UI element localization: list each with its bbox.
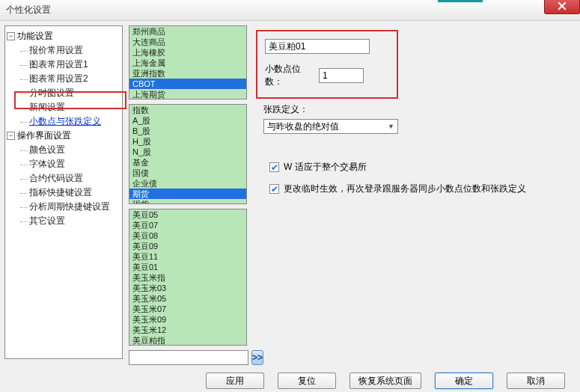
list-item[interactable]: 国债 [129,168,246,178]
tree-label: 操作界面设置 [17,129,71,142]
list-item[interactable]: 上海橡胶 [129,47,246,58]
decimal-label: 小数点位数： [265,63,317,88]
tree-item[interactable]: 分时图设置 [7,86,120,100]
zd-select-value: 与昨收盘的绝对值 [267,120,339,133]
search-input[interactable] [129,350,248,365]
decimal-input[interactable] [319,68,364,83]
checkbox-temp-effect[interactable]: ✔ [269,184,279,194]
titlebar: 个性化设置 [0,0,580,21]
tree-root-ui[interactable]: − 操作界面设置 [7,129,120,143]
zd-select[interactable]: 与昨收盘的绝对值 ▼ [263,119,398,134]
tree-item[interactable]: 图表常用设置1 [7,58,120,72]
list-item[interactable]: 美豆01 [129,262,246,272]
ok-button[interactable]: 确定 [435,373,493,389]
check-label: W 适应于整个交易所 [284,161,367,174]
list-item[interactable]: 亚洲指数 [129,68,246,79]
list-item[interactable]: 期货 [129,189,246,199]
zd-label: 张跌定义： [263,103,573,116]
apply-button[interactable]: 应用 [206,373,264,389]
list-item[interactable]: 基金 [129,157,246,168]
list-item[interactable]: 美豆09 [129,241,246,251]
tree-item[interactable]: 颜色设置 [7,143,120,157]
nav-tree: − 功能设置 报价常用设置图表常用设置1图表常用设置2分时图设置新闻设置小数点与… [4,25,123,359]
list-item[interactable]: 郑州商品 [129,26,246,37]
list-item[interactable]: 美玉米07 [129,304,246,314]
tree-item[interactable]: 新闻设置 [7,100,120,114]
list-item[interactable]: 大连商品 [129,37,246,47]
list-item[interactable]: 美豆08 [129,230,246,241]
tree-item[interactable]: 指标快捷键设置 [7,186,120,200]
window-title: 个性化设置 [6,4,51,16]
restore-button[interactable]: 恢复系统页面 [349,373,421,389]
tree-item[interactable]: 图表常用设置2 [7,72,120,86]
contract-name-display: 美豆粕01 [265,39,370,54]
tree-item[interactable]: 其它设置 [7,214,120,228]
list-item[interactable]: 上海金属 [129,58,246,68]
list-item[interactable]: B_股 [129,126,246,136]
list-item[interactable]: 美豆05 [129,209,246,220]
list-item[interactable]: 上海期货 [129,89,246,99]
highlight-box-detail: 美豆粕01 小数点位数： [256,30,398,99]
list-item[interactable]: 美玉米指 [129,272,246,283]
reset-button[interactable]: 复位 [278,373,336,389]
tree-item[interactable]: 分析周期快捷键设置 [7,200,120,214]
contract-list[interactable]: 美豆05美豆07美豆08美豆09美豆11美豆01美玉米指美玉米03美玉米05美玉… [129,209,247,346]
chevron-down-icon: ▼ [388,123,394,130]
close-button[interactable] [544,0,580,14]
tree-item[interactable]: 小数点与张跌定义 [7,114,120,129]
check-label: 更改临时生效，再次登录跟服务器同步小数点位数和张跌定义 [284,183,526,195]
list-item[interactable]: 美玉米12 [129,325,246,335]
accent-strip [438,0,483,2]
contract-name-value: 美豆粕01 [269,40,305,53]
tree-item[interactable]: 合约代码设置 [7,171,120,186]
list-item[interactable]: 美豆11 [129,251,246,262]
list-item[interactable]: N_股 [129,147,246,157]
list-item[interactable]: 指数 [129,105,246,115]
dialog-footer: 应用 复位 恢复系统页面 确定 取消 [0,370,580,392]
close-icon [558,1,567,10]
tree-label: 功能设置 [17,30,53,43]
collapse-icon[interactable]: − [7,132,15,140]
list-item[interactable]: 美豆粕指 [129,335,246,346]
list-item[interactable]: CBOT [129,79,246,89]
list-item[interactable]: 企业债 [129,178,246,189]
list-item[interactable]: A_股 [129,115,246,126]
tree-item[interactable]: 字体设置 [7,157,120,171]
list-item[interactable]: 美豆07 [129,220,246,230]
collapse-icon[interactable]: − [7,32,15,40]
list-item[interactable]: 现货 [129,199,246,204]
list-item[interactable]: 美玉米09 [129,314,246,325]
list-item[interactable]: H_股 [129,136,246,147]
list-item[interactable]: 美玉米05 [129,293,246,304]
cancel-button[interactable]: 取消 [507,373,565,389]
tree-root-function[interactable]: − 功能设置 [7,29,120,43]
exchange-list[interactable]: 郑州商品大连商品上海橡胶上海金属亚洲指数CBOT上海期货 [129,25,247,99]
list-item[interactable]: 美玉米03 [129,283,246,293]
checkbox-whole-exchange[interactable]: ✔ [269,162,279,172]
tree-item[interactable]: 报价常用设置 [7,43,120,58]
category-list[interactable]: 指数A_股B_股H_股N_股基金国债企业债期货现货 [129,104,247,204]
